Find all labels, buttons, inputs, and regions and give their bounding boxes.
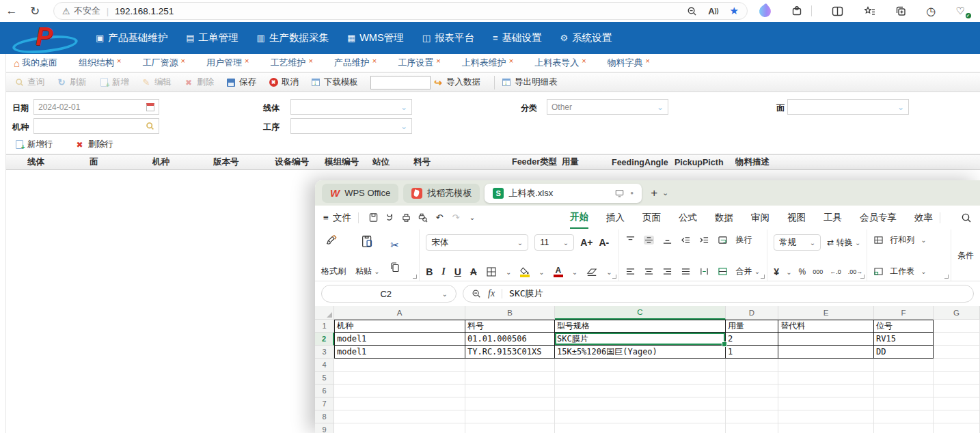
close-icon[interactable]: ×	[308, 57, 312, 65]
add-row-button[interactable]: + 新增行	[14, 139, 53, 150]
cell-G9[interactable]	[934, 423, 980, 433]
cell-G1[interactable]	[934, 320, 980, 333]
zoom-out-icon[interactable]	[687, 6, 697, 16]
cell-D1[interactable]: 用量	[726, 320, 778, 333]
row-header-1[interactable]: 1	[315, 320, 334, 333]
tab-insert[interactable]: 插入	[606, 208, 625, 228]
print-icon[interactable]	[398, 212, 415, 223]
nav-item-system-settings[interactable]: ⚙ 系统设置	[560, 31, 612, 44]
tab-review[interactable]: 审阅	[751, 208, 770, 228]
tab-process-maintenance[interactable]: 工艺维护×	[270, 57, 312, 69]
cell-B9[interactable]	[465, 423, 555, 433]
col-module-no[interactable]: 模组编号	[325, 156, 372, 168]
cell-C7[interactable]	[555, 397, 726, 410]
chevron-down-icon[interactable]: ⌄	[606, 268, 612, 276]
merge-cells-button[interactable]	[718, 267, 728, 276]
worksheet-button[interactable]: 工作表 ⌄	[873, 266, 944, 277]
cell-B2[interactable]: 01.01.000506	[465, 333, 555, 346]
cell-A5[interactable]	[334, 372, 465, 385]
tab-view[interactable]: 视图	[787, 208, 806, 228]
font-name-select[interactable]: 宋体 ⌄	[426, 234, 528, 251]
cell-G6[interactable]	[934, 385, 980, 397]
output-icon[interactable]	[382, 212, 398, 223]
decrease-decimal-button[interactable]: ←.0	[830, 268, 841, 275]
text-orientation-icon[interactable]	[699, 267, 709, 276]
decrease-indent-icon[interactable]	[681, 236, 691, 245]
cell-D5[interactable]	[726, 372, 778, 385]
zoom-out-icon[interactable]	[472, 289, 481, 298]
row-header-8[interactable]: 8	[315, 410, 334, 423]
cell-E4[interactable]	[778, 359, 874, 372]
print-preview-icon[interactable]	[415, 212, 431, 223]
tab-tools[interactable]: 工具	[824, 208, 842, 228]
quickbar-chevron[interactable]: ⌄	[464, 214, 480, 221]
group-expander[interactable]	[612, 275, 616, 279]
col-model[interactable]: 机种	[152, 156, 213, 168]
tab-page[interactable]: 页面	[642, 208, 661, 228]
collections-icon[interactable]	[864, 6, 875, 16]
chevron-down-icon[interactable]: ⌄	[539, 268, 544, 276]
nav-item-work-order[interactable]: ▤ 工单管理	[186, 31, 238, 44]
tab-formula[interactable]: 公式	[679, 208, 697, 228]
rows-cols-button[interactable]: 行和列 ⌄	[873, 234, 944, 246]
search-icon[interactable]	[146, 122, 154, 130]
align-bottom-icon[interactable]	[662, 236, 672, 245]
cut-icon[interactable]: ✂	[390, 239, 399, 251]
tab-home[interactable]: 开始	[570, 207, 588, 229]
cell-B1[interactable]: 料号	[465, 320, 555, 333]
align-middle-icon[interactable]	[644, 236, 654, 245]
cell-A8[interactable]	[334, 410, 465, 423]
cell-F4[interactable]	[874, 359, 934, 372]
wps-docer-tab[interactable]: 找稻壳模板	[403, 184, 480, 203]
col-device-no[interactable]: 设备编号	[275, 156, 325, 168]
add-tab-group-icon[interactable]	[895, 5, 906, 16]
extensions-icon[interactable]	[791, 5, 802, 16]
cell-F7[interactable]	[874, 397, 934, 410]
align-left-icon[interactable]	[625, 267, 636, 276]
new-tab-button[interactable]: +	[651, 186, 657, 200]
cell-D4[interactable]	[726, 359, 778, 372]
tab-user-management[interactable]: 用户管理×	[206, 57, 249, 69]
tab-data[interactable]: 数据	[715, 208, 733, 228]
cell-E6[interactable]	[778, 385, 874, 397]
side-select[interactable]: ⌄	[787, 99, 909, 115]
tab-feeder-import[interactable]: 上料表导入×	[534, 57, 586, 69]
add-button[interactable]: + 新增	[99, 76, 129, 88]
col-pickup-picth[interactable]: PickupPicth	[675, 158, 735, 167]
favorite-star-icon[interactable]: ★	[730, 5, 739, 17]
save-icon[interactable]	[366, 212, 382, 223]
browser-essentials-icon[interactable]: ♡✔	[956, 5, 968, 17]
cell-E9[interactable]	[778, 423, 874, 433]
col-usage[interactable]: 用量	[562, 156, 612, 168]
eraser-button[interactable]	[586, 268, 597, 277]
row-header-5[interactable]: 5	[315, 372, 334, 385]
cell-D6[interactable]	[726, 385, 778, 397]
cell-A3[interactable]: model1	[334, 346, 465, 359]
row-header-9[interactable]: 9	[315, 423, 334, 433]
number-format-select[interactable]: 常规 ⌄	[774, 234, 821, 251]
tab-list-chevron[interactable]: ⌄	[662, 188, 668, 197]
nav-item-basic-settings[interactable]: ≡ 基础设置	[493, 31, 542, 44]
cell-B5[interactable]	[465, 372, 555, 385]
cell-B4[interactable]	[465, 359, 555, 372]
cell-G7[interactable]	[934, 397, 980, 410]
paste-button[interactable]: 粘贴 ⌄	[355, 234, 380, 277]
tab-feeder-maintenance[interactable]: 上料表维护×	[462, 57, 513, 69]
model-input[interactable]	[33, 118, 159, 134]
nav-item-production-data[interactable]: ▥ 生产数据采集	[257, 31, 329, 44]
row-header-4[interactable]: 4	[315, 359, 334, 372]
col-side[interactable]: 面	[90, 156, 152, 168]
col-station[interactable]: 站位	[372, 156, 413, 168]
chevron-down-icon[interactable]: ⌄	[572, 268, 577, 276]
history-icon[interactable]: ◷	[926, 5, 936, 18]
address-bar[interactable]: ⚠ 不安全 | 192.168.1.251 A)) ★	[53, 2, 748, 20]
close-icon[interactable]: ×	[245, 57, 249, 65]
close-icon[interactable]: ×	[582, 57, 586, 65]
cell-F9[interactable]	[874, 423, 934, 433]
group-expander[interactable]	[413, 275, 417, 279]
col-feeder-type[interactable]: Feeder类型	[512, 156, 562, 168]
cell-C9[interactable]	[555, 423, 726, 433]
cell-E3[interactable]	[778, 346, 874, 359]
tab-efficiency[interactable]: 效率	[914, 208, 933, 228]
tab-org-structure[interactable]: 组织结构×	[79, 57, 121, 69]
